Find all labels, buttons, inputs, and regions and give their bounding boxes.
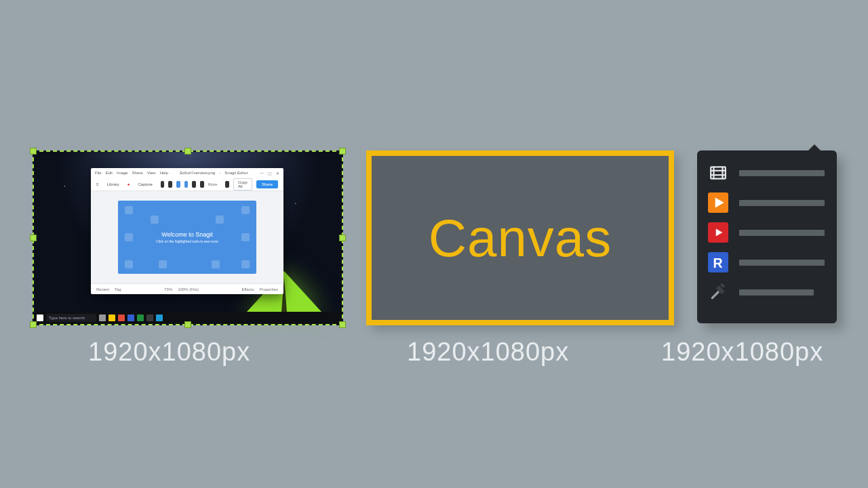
play-icon <box>708 192 728 213</box>
window-minimize-icon[interactable]: — <box>260 171 264 175</box>
window-maximize-icon[interactable]: ▢ <box>268 171 272 176</box>
welcome-icon <box>125 260 133 268</box>
welcome-icon <box>241 206 250 214</box>
editor-title-app: Snagit Editor <box>224 171 248 175</box>
list-item-label <box>739 230 825 236</box>
welcome-icon <box>241 260 250 268</box>
status-fit[interactable]: 100% (Fits) <box>178 287 199 291</box>
editor-titlebar: File Edit Image Share View Help EditorOv… <box>91 168 283 178</box>
capture-button[interactable]: Capture <box>134 181 156 188</box>
editor-canvas-area: Welcome to Snagit Click on the highlight… <box>91 191 283 283</box>
status-effects[interactable]: Effects <box>241 287 254 291</box>
selection-handle[interactable] <box>184 321 191 328</box>
selection-handle[interactable] <box>30 235 37 241</box>
welcome-icon <box>151 216 159 224</box>
list-item-label <box>739 260 825 266</box>
svg-rect-0 <box>711 167 726 178</box>
edge-icon[interactable] <box>127 314 134 321</box>
start-icon[interactable] <box>37 314 43 321</box>
menu-help[interactable]: Help <box>160 171 168 175</box>
caption-panel2: 1920x1080px <box>407 338 569 367</box>
menu-share[interactable]: Share <box>132 171 143 175</box>
list-item[interactable] <box>708 163 825 183</box>
share-button[interactable]: Share <box>256 180 278 188</box>
youtube-icon <box>708 222 728 243</box>
list-item[interactable] <box>708 222 825 243</box>
welcome-subtext: Click on the highlighted tools to see mo… <box>156 239 218 243</box>
list-item[interactable]: R <box>708 252 825 272</box>
app-icon[interactable] <box>146 314 153 321</box>
welcome-icon <box>159 260 167 268</box>
share-menu-panel: R <box>697 150 837 323</box>
selection-handle[interactable] <box>184 148 191 155</box>
r-icon: R <box>708 252 728 272</box>
snagit-editor-window: File Edit Image Share View Help EditorOv… <box>91 168 283 294</box>
arrow-tool-icon[interactable] <box>161 181 165 188</box>
status-zoom[interactable]: 73% <box>164 287 172 291</box>
svg-marker-6 <box>716 229 723 237</box>
selection-handle[interactable] <box>339 148 346 155</box>
hamburger-icon[interactable]: ≡ <box>96 182 99 186</box>
undo-icon[interactable] <box>225 181 229 188</box>
list-item[interactable] <box>708 282 825 302</box>
text-tool-icon[interactable] <box>176 181 180 188</box>
svg-text:R: R <box>713 256 722 270</box>
welcome-icon <box>241 233 250 241</box>
welcome-icon <box>125 233 133 241</box>
film-icon <box>708 163 728 183</box>
library-button[interactable]: Library <box>103 181 123 188</box>
task-view-icon[interactable] <box>99 314 106 321</box>
menu-image[interactable]: Image <box>117 171 128 175</box>
more-tools[interactable]: More <box>208 182 218 186</box>
welcome-icon <box>125 206 133 214</box>
welcome-canvas: Welcome to Snagit Click on the highlight… <box>118 201 256 274</box>
canvas-panel: Canvas <box>366 150 674 325</box>
editor-toolbar: ≡ Library ● Capture More Copy All Share <box>91 178 283 191</box>
record-icon[interactable]: ● <box>127 182 130 186</box>
screenshot-selection-panel[interactable]: File Edit Image Share View Help EditorOv… <box>33 150 343 325</box>
stage: File Edit Image Share View Help EditorOv… <box>0 0 868 488</box>
menu-edit[interactable]: Edit <box>106 171 113 175</box>
menu-view[interactable]: View <box>147 171 156 175</box>
window-close-icon[interactable]: ✕ <box>276 171 279 176</box>
copy-all-button[interactable]: Copy All <box>233 178 252 190</box>
selection-handle[interactable] <box>339 235 346 241</box>
move-tool-icon[interactable] <box>168 181 172 188</box>
app-icon[interactable] <box>156 314 163 321</box>
stamp-tool-icon[interactable] <box>200 181 204 188</box>
tools-icon <box>708 282 728 302</box>
canvas-label: Canvas <box>429 207 612 269</box>
caption-panel1: 1920x1080px <box>88 338 250 367</box>
shape-tool-icon[interactable] <box>192 181 196 188</box>
welcome-heading: Welcome to Snagit <box>161 231 212 238</box>
selection-handle[interactable] <box>30 321 37 328</box>
selection-handle[interactable] <box>339 321 346 328</box>
editor-statusbar: Recent Tag 73% 100% (Fits) Effects Prope… <box>91 283 283 294</box>
list-item[interactable] <box>708 192 825 213</box>
selection-handle[interactable] <box>30 148 37 155</box>
editor-title-file: EditorOverview.png <box>180 171 215 175</box>
svg-marker-5 <box>715 197 724 207</box>
explorer-icon[interactable] <box>108 314 115 321</box>
app-icon[interactable] <box>137 314 144 321</box>
callout-tool-icon[interactable] <box>184 181 189 188</box>
list-item-label <box>739 170 825 176</box>
status-tag[interactable]: Tag <box>115 287 121 291</box>
taskbar-search[interactable]: Type here to search <box>46 314 96 322</box>
status-properties[interactable]: Properties <box>260 287 278 291</box>
caption-panel3: 1920x1080px <box>661 338 823 367</box>
chrome-icon[interactable] <box>118 314 125 321</box>
list-item-label <box>739 289 814 296</box>
status-recent[interactable]: Recent <box>96 287 109 291</box>
list-item-label <box>739 200 825 206</box>
welcome-icon <box>216 216 224 224</box>
menu-file[interactable]: File <box>95 171 102 175</box>
welcome-icon <box>212 260 220 268</box>
